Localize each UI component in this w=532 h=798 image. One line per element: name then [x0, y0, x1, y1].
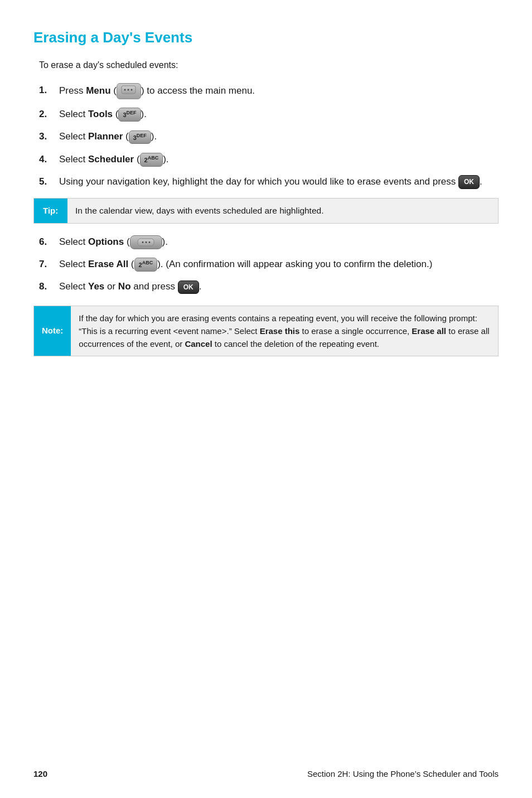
menu-icon-svg [121, 85, 137, 95]
step-5: 5. Using your navigation key, highlight … [39, 175, 499, 189]
svg-point-5 [142, 241, 143, 243]
scheduler-button-icon: 2ABC [140, 153, 163, 167]
note-label: Note: [34, 306, 71, 356]
tip-box: Tip: In the calendar view, days with eve… [33, 198, 499, 223]
bold-cancel: Cancel [185, 339, 212, 349]
svg-point-7 [148, 241, 150, 243]
bold-no: No [118, 281, 131, 292]
step-text-2: Select Tools (3DEF). [59, 107, 147, 122]
step-number-7: 7. [39, 257, 59, 272]
page-title: Erasing a Day's Events [33, 27, 499, 49]
svg-point-6 [145, 241, 147, 243]
step-text-5: Using your navigation key, highlight the… [59, 175, 482, 189]
note-content: If the day for which you are erasing eve… [71, 306, 498, 356]
step-number-3: 3. [39, 129, 59, 144]
bold-menu: Menu [86, 85, 110, 96]
bold-erase-this: Erase this [260, 326, 300, 336]
step-6: 6. Select Options ( [39, 235, 499, 249]
step-1: 1. Press Menu ( [39, 83, 499, 99]
step-number-5: 5. [39, 175, 59, 189]
page-footer: 120 Section 2H: Using the Phone’s Schedu… [0, 768, 532, 781]
page-container: Erasing a Day's Events To erase a day's … [0, 0, 532, 390]
step-number-1: 1. [39, 83, 59, 98]
ok-button-icon-step5: OK [458, 175, 480, 189]
step-2: 2. Select Tools (3DEF). [39, 107, 499, 122]
step-text-1: Press Menu ( ) to ac [59, 83, 255, 99]
step-text-8: Select Yes or No and press OK. [59, 279, 201, 294]
svg-point-3 [130, 89, 132, 91]
planner-button-icon: 3DEF [129, 130, 151, 144]
eraseall-button-icon: 2ABC [134, 258, 158, 272]
tip-content: In the calendar view, days with events s… [67, 199, 498, 223]
step-text-4: Select Scheduler (2ABC). [59, 152, 169, 167]
bold-yes: Yes [88, 281, 104, 292]
svg-point-2 [127, 89, 129, 91]
note-box: Note: If the day for which you are erasi… [33, 306, 499, 357]
bold-options: Options [88, 236, 124, 247]
bold-scheduler: Scheduler [88, 154, 134, 165]
steps-list: 1. Press Menu ( [39, 83, 499, 189]
svg-point-1 [124, 89, 125, 91]
step-text-3: Select Planner (3DEF). [59, 129, 157, 144]
step-8: 8. Select Yes or No and press OK. [39, 279, 499, 294]
tip-label: Tip: [34, 199, 67, 223]
step-3: 3. Select Planner (3DEF). [39, 129, 499, 144]
step-text-6: Select Options ( ). [59, 235, 168, 249]
tools-button-icon: 3DEF [118, 108, 141, 122]
bold-tools: Tools [88, 109, 113, 119]
step-number-4: 4. [39, 152, 59, 167]
bold-erase-all: Erase All [88, 259, 128, 269]
options-button-icon [130, 235, 162, 249]
steps-list-continued: 6. Select Options ( [39, 235, 499, 294]
footer-section-text: Section 2H: Using the Phone’s Scheduler … [307, 768, 499, 781]
step-7: 7. Select Erase All (2ABC). (An confirma… [39, 257, 499, 272]
bold-erase-all-note: Erase all [412, 326, 446, 336]
ok-button-icon-step8: OK [178, 280, 199, 294]
bold-planner: Planner [88, 131, 123, 142]
step-number-6: 6. [39, 235, 59, 249]
menu-button-icon [117, 83, 141, 99]
step-4: 4. Select Scheduler (2ABC). [39, 152, 499, 167]
intro-text: To erase a day's scheduled events: [39, 59, 499, 72]
step-number-8: 8. [39, 279, 59, 294]
step-number-2: 2. [39, 107, 59, 122]
footer-page-number: 120 [33, 768, 47, 781]
step-text-7: Select Erase All (2ABC). (An confirmatio… [59, 257, 432, 272]
options-icon-svg [137, 238, 155, 247]
